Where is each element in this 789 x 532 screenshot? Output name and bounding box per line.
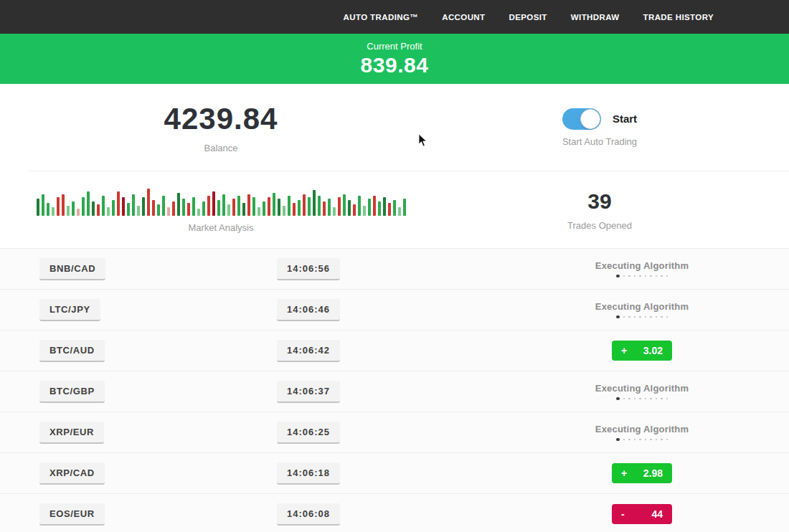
market-bar bbox=[97, 204, 100, 216]
progress-dot bbox=[650, 275, 652, 277]
market-bar bbox=[137, 206, 140, 216]
trade-time: 14:06:42 bbox=[277, 340, 340, 362]
balance-value: 4239.84 bbox=[164, 102, 278, 136]
nav-item-trade-history[interactable]: TRADE HISTORY bbox=[643, 13, 714, 22]
market-bar bbox=[147, 189, 150, 216]
market-bar bbox=[152, 200, 155, 216]
market-bar bbox=[122, 197, 125, 216]
progress-dot bbox=[634, 275, 636, 277]
market-analysis-label: Market Analysis bbox=[188, 222, 253, 233]
market-bar bbox=[87, 191, 90, 216]
trade-time: 14:06:37 bbox=[277, 381, 340, 403]
progress-dot bbox=[661, 316, 663, 318]
badge-sign: + bbox=[621, 467, 627, 479]
market-bar bbox=[157, 204, 160, 216]
progress-dot bbox=[666, 398, 668, 400]
market-bar bbox=[47, 203, 49, 216]
executing-algorithm-label: Executing Algorithm bbox=[595, 383, 689, 394]
market-bar bbox=[37, 199, 39, 216]
trade-time: 14:06:46 bbox=[277, 299, 340, 321]
trade-time: 14:06:08 bbox=[277, 503, 340, 526]
toggle-knob bbox=[580, 109, 600, 129]
market-bar bbox=[207, 196, 210, 216]
balance-section: 4239.84 Balance Start Start Auto Trading bbox=[0, 84, 789, 171]
trades-opened-value: 39 bbox=[587, 189, 611, 214]
progress-dot bbox=[656, 439, 658, 441]
progress-dot bbox=[661, 439, 663, 441]
market-bar bbox=[242, 203, 245, 216]
pair-tag: EOS/EUR bbox=[39, 503, 105, 526]
market-analysis-chart bbox=[37, 187, 406, 216]
badge-value: 44 bbox=[651, 508, 663, 520]
progress-dot bbox=[656, 398, 658, 400]
market-bar bbox=[172, 201, 175, 216]
badge-sign: - bbox=[621, 508, 625, 520]
market-bar bbox=[202, 201, 205, 216]
progress-dot bbox=[639, 439, 641, 441]
progress-dot bbox=[616, 438, 620, 442]
trades-list: BNB/CAD14:06:56Executing AlgorithmLTC/JP… bbox=[0, 248, 789, 532]
market-bar bbox=[323, 201, 326, 216]
nav-item-auto-trading[interactable]: AUTO TRADING™ bbox=[344, 13, 419, 22]
nav-item-withdraw[interactable]: WITHDRAW bbox=[571, 13, 620, 22]
progress-dot bbox=[616, 315, 620, 319]
market-bar bbox=[268, 197, 270, 216]
progress-dot bbox=[623, 275, 625, 277]
market-bar bbox=[373, 196, 376, 216]
progress-dot bbox=[639, 275, 641, 277]
progress-dot bbox=[666, 316, 668, 318]
market-bar bbox=[227, 204, 230, 216]
market-bar bbox=[338, 197, 341, 216]
market-bar bbox=[403, 199, 406, 216]
market-bar bbox=[192, 197, 195, 216]
market-bar bbox=[177, 193, 180, 216]
trades-opened-label: Trades Opened bbox=[567, 220, 632, 231]
trade-row: LTC/JPY14:06:46Executing Algorithm bbox=[0, 289, 789, 330]
profit-badge: +2.98 bbox=[612, 463, 672, 483]
progress-dot bbox=[656, 275, 658, 277]
progress-dot bbox=[628, 275, 630, 277]
pair-tag: BTC/AUD bbox=[39, 340, 105, 362]
progress-dot bbox=[650, 316, 652, 318]
market-bar bbox=[308, 197, 311, 216]
trade-row: BTC/GBP14:06:37Executing Algorithm bbox=[0, 371, 789, 412]
market-bar bbox=[42, 194, 44, 216]
market-bar bbox=[217, 200, 220, 216]
progress-dot bbox=[639, 316, 641, 318]
auto-trading-toggle[interactable] bbox=[562, 108, 601, 130]
progress-dot bbox=[645, 316, 647, 318]
current-profit-label: Current Profit bbox=[367, 41, 422, 52]
market-bar bbox=[197, 209, 200, 216]
badge-value: 3.02 bbox=[643, 345, 663, 356]
progress-dot bbox=[645, 398, 647, 400]
progress-dot bbox=[628, 316, 630, 318]
market-bar bbox=[303, 194, 306, 216]
market-bar bbox=[358, 196, 361, 216]
loss-badge: -44 bbox=[612, 504, 672, 524]
profit-badge: +3.02 bbox=[612, 341, 672, 361]
nav-item-deposit[interactable]: DEPOSIT bbox=[509, 13, 547, 22]
market-bar bbox=[127, 203, 130, 216]
market-bar bbox=[363, 206, 366, 216]
market-bar bbox=[378, 201, 381, 216]
trade-row: XRP/EUR14:06:25Executing Algorithm bbox=[0, 412, 789, 452]
progress-dot bbox=[628, 439, 630, 441]
market-bar bbox=[288, 196, 290, 216]
progress-dots bbox=[616, 397, 668, 401]
market-bar bbox=[293, 203, 296, 216]
progress-dot bbox=[623, 398, 625, 400]
executing-algorithm-label: Executing Algorithm bbox=[595, 260, 689, 271]
trade-row: EOS/EUR14:06:08-44 bbox=[0, 493, 789, 532]
pair-tag: XRP/EUR bbox=[39, 422, 104, 444]
executing-algorithm-label: Executing Algorithm bbox=[595, 301, 689, 312]
market-bar bbox=[162, 196, 165, 216]
pair-tag: XRP/CAD bbox=[39, 462, 105, 485]
nav-item-account[interactable]: ACCOUNT bbox=[442, 13, 485, 22]
progress-dot bbox=[623, 439, 625, 441]
market-bar bbox=[398, 207, 401, 216]
auto-trading-caption: Start Auto Trading bbox=[562, 136, 637, 147]
trade-time: 14:06:18 bbox=[277, 462, 340, 485]
market-bar bbox=[258, 207, 260, 216]
market-bar bbox=[222, 194, 225, 216]
pair-tag: LTC/JPY bbox=[39, 299, 100, 321]
